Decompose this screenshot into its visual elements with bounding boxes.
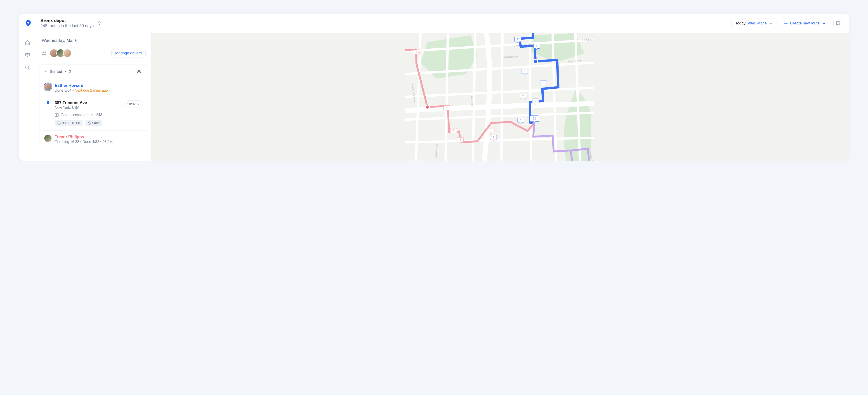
svg-text:6: 6	[536, 45, 537, 48]
panel-date-header: Wednesday, Mar 6	[42, 38, 146, 43]
avatar	[44, 135, 52, 142]
driver-progress: Done 5/64	[55, 88, 71, 92]
driver-position-marker	[426, 105, 430, 109]
driver-warning: Next due 2 mins ago	[74, 88, 108, 92]
svg-rect-4	[55, 113, 58, 116]
eye-icon	[137, 70, 141, 74]
svg-point-0	[27, 22, 29, 24]
driver-avatars	[50, 49, 72, 57]
avatar	[44, 83, 52, 90]
avatar	[63, 49, 72, 57]
stopwatch-icon	[88, 121, 91, 125]
collapse-icon[interactable]	[44, 70, 47, 73]
group-count: 2	[69, 69, 71, 74]
svg-text:2: 2	[460, 138, 461, 141]
driver-stats: Finishing 16:38 • Done 4/82 • 98.9km	[55, 140, 143, 144]
people-icon	[42, 51, 47, 55]
driver-item[interactable]: Esther Howard Done 5/64 • Next due 2 min…	[40, 79, 148, 97]
current-position-marker	[533, 59, 538, 64]
svg-point-3	[138, 71, 140, 73]
date-selector[interactable]: Today Wed, Mar 6	[732, 19, 776, 28]
home-icon[interactable]	[25, 40, 30, 45]
map-view[interactable]: Webster Ave Third Ave Cross Bronx Expy T…	[152, 33, 849, 161]
sort-icon	[98, 21, 101, 26]
svg-text:3: 3	[453, 129, 454, 132]
group-sep: •	[65, 69, 66, 74]
svg-text:1: 1	[490, 129, 492, 132]
map-canvas: Webster Ave Third Ave Cross Bronx Expy T…	[152, 33, 849, 161]
depot-subtitle: 248 routes in the last 30 days	[40, 24, 94, 28]
svg-text:2: 2	[522, 95, 524, 98]
depot-name: Bronx depot	[40, 18, 94, 23]
eta-selector[interactable]: 10:02	[124, 101, 143, 108]
svg-text:1: 1	[493, 136, 494, 139]
stop-address: 387 Tremont Ave	[55, 101, 121, 105]
svg-text:5: 5	[524, 70, 525, 73]
bookmark-button[interactable]	[833, 19, 842, 28]
chevron-down-icon	[822, 21, 826, 25]
sep: •	[72, 88, 74, 92]
location-pin-icon	[26, 20, 31, 26]
date-prefix: Today	[735, 21, 745, 26]
svg-point-2	[26, 66, 29, 69]
visibility-button[interactable]	[135, 68, 143, 75]
time-window-tag: 09:00-10:00	[55, 120, 83, 126]
stop-city: New York, USA	[55, 106, 121, 110]
clock-icon	[57, 121, 61, 125]
svg-text:1: 1	[520, 119, 522, 122]
eta-value: 10:02	[127, 102, 135, 106]
search-icon[interactable]	[25, 65, 30, 70]
create-route-label: Create new route	[790, 21, 819, 26]
driver-item[interactable]: Trevor Philipps Finishing 16:38 • Done 4…	[40, 131, 148, 148]
stop-number: 6	[44, 101, 52, 105]
chevron-down-icon	[769, 22, 773, 25]
svg-text:3: 3	[535, 99, 536, 103]
plus-icon	[784, 21, 788, 25]
driver-name: Esther Howard	[55, 83, 143, 88]
svg-text:4: 4	[446, 106, 447, 109]
depot-selector[interactable]: Bronx depot 248 routes in the last 30 da…	[40, 18, 732, 28]
manage-drivers-button[interactable]: Manage drivers	[112, 49, 146, 57]
presentation-icon[interactable]	[25, 53, 30, 58]
driver-name: Trevor Philipps	[55, 135, 143, 139]
chevron-down-icon	[137, 103, 140, 106]
group-label: Started	[50, 69, 62, 74]
create-route-button[interactable]: Create new route	[780, 19, 830, 28]
svg-text:7: 7	[517, 38, 519, 41]
stop-note: Gate access code is 1248	[61, 113, 102, 117]
bookmark-icon	[836, 21, 840, 26]
date-value: Wed, Mar 6	[747, 21, 767, 26]
stop-item[interactable]: 6 387 Tremont Ave New York, USA Gate acc…	[40, 97, 148, 131]
note-icon	[55, 113, 59, 117]
svg-text:4: 4	[543, 81, 544, 84]
svg-text:5: 5	[416, 51, 417, 54]
duration-tag: 5min	[85, 120, 102, 126]
